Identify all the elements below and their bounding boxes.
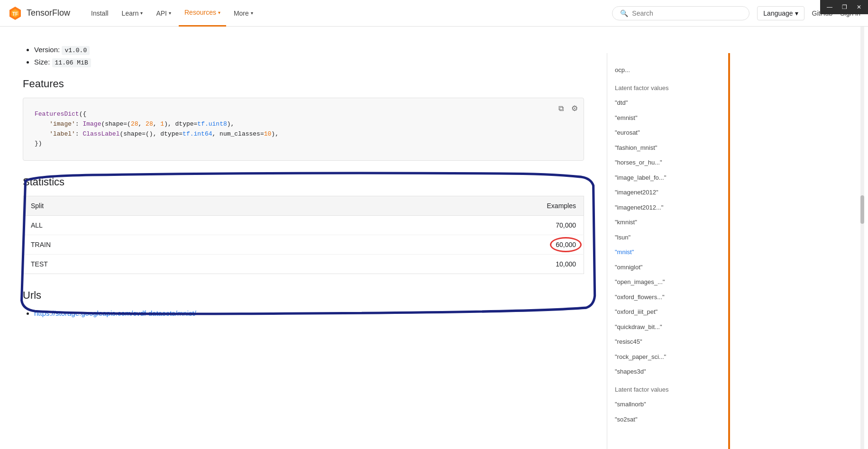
statistics-table: Split Examples ALL 70,000 TRAIN 60,000 bbox=[23, 196, 584, 274]
language-selector[interactable]: Language ▾ bbox=[757, 6, 804, 20]
nav-api[interactable]: API ▾ bbox=[150, 0, 177, 27]
meta-list: Version: v1.0.0 Size: 11.06 MiB bbox=[23, 46, 584, 66]
urls-section: Urls https://storage.googleapis.com/cvdf… bbox=[23, 289, 584, 317]
sidebar-section-latent-2: Latent factor values bbox=[607, 379, 730, 397]
api-dropdown-arrow: ▾ bbox=[169, 10, 171, 16]
sidebar-item-omniglot[interactable]: "omniglot" bbox=[607, 260, 730, 275]
statistics-section: Statistics Split Examples ALL 70,000 TRA… bbox=[23, 176, 584, 274]
main-container: Version: v1.0.0 Size: 11.06 MiB Features… bbox=[0, 27, 868, 449]
table-row: TEST 10,000 bbox=[23, 255, 584, 274]
examples-all: 70,000 bbox=[271, 216, 584, 235]
code-line-3: 'label': ClassLabel(shape=(), dtype=tf.i… bbox=[35, 129, 572, 139]
sidebar-section-latent-1: Latent factor values bbox=[607, 78, 730, 96]
col-examples: Examples bbox=[271, 196, 584, 216]
tensorflow-logo-icon: TF bbox=[8, 6, 23, 21]
statistics-title: Statistics bbox=[23, 176, 584, 188]
sidebar-item-eurosat[interactable]: "eurosat" bbox=[607, 125, 730, 140]
resources-dropdown-arrow: ▾ bbox=[218, 10, 220, 15]
sidebar-item-oxford-pet[interactable]: "oxford_iiit_pet" bbox=[607, 304, 730, 320]
sidebar-item-lsun[interactable]: "lsun" bbox=[607, 230, 730, 245]
sidebar-item-kmnist[interactable]: "kmnist" bbox=[607, 215, 730, 230]
scrollbar-track[interactable] bbox=[860, 27, 864, 449]
sidebar-item-oxford-flowers[interactable]: "oxford_flowers..." bbox=[607, 290, 730, 305]
sidebar-item-mnist[interactable]: "mnist" bbox=[607, 245, 730, 260]
svg-text:TF: TF bbox=[12, 11, 18, 17]
dataset-url[interactable]: https://storage.googleapis.com/cvdf-data… bbox=[34, 309, 196, 317]
sidebar-item-ocp[interactable]: ocp... bbox=[607, 63, 730, 78]
code-line-4: }) bbox=[35, 139, 572, 149]
table-header-row: Split Examples bbox=[23, 196, 584, 216]
sidebar-orange-line bbox=[728, 53, 730, 449]
examples-test: 10,000 bbox=[271, 255, 584, 274]
code-line-2: 'image': Image(shape=(28, 28, 1), dtype=… bbox=[35, 119, 572, 129]
language-dropdown-arrow: ▾ bbox=[795, 9, 798, 17]
sidebar-item-open-images[interactable]: "open_images_..." bbox=[607, 275, 730, 290]
sidebar-item-imagenet2012b[interactable]: "imagenet2012..." bbox=[607, 200, 730, 215]
sidebar-item-emnist[interactable]: "emnist" bbox=[607, 110, 730, 126]
scrollbar-thumb[interactable] bbox=[860, 195, 864, 224]
close-button[interactable]: ✕ bbox=[854, 3, 864, 11]
maximize-button[interactable]: ❐ bbox=[839, 3, 850, 11]
examples-train: 60,000 bbox=[271, 235, 584, 255]
logo[interactable]: TF TensorFlow bbox=[8, 6, 70, 21]
nav-learn[interactable]: Learn ▾ bbox=[116, 0, 149, 27]
logo-text: TensorFlow bbox=[27, 8, 70, 18]
urls-title: Urls bbox=[23, 289, 584, 302]
url-item: https://storage.googleapis.com/cvdf-data… bbox=[34, 309, 584, 317]
window-controls: — ❐ ✕ bbox=[820, 0, 868, 14]
minimize-button[interactable]: — bbox=[824, 3, 835, 11]
split-test: TEST bbox=[23, 255, 271, 274]
nav-resources[interactable]: Resources ▾ bbox=[179, 0, 226, 27]
urls-list: https://storage.googleapis.com/cvdf-data… bbox=[23, 309, 584, 317]
sidebar-item-resisc45[interactable]: "resisc45" bbox=[607, 334, 730, 349]
sidebar-item-image-label[interactable]: "image_label_fo..." bbox=[607, 170, 730, 185]
sidebar-item-dtd[interactable]: "dtd" bbox=[607, 95, 730, 110]
sidebar-item-imagenet2012[interactable]: "imagenet2012" bbox=[607, 185, 730, 200]
code-block: ⧉ ⚙ FeaturesDict({ 'image': Image(shape=… bbox=[23, 98, 584, 161]
circled-value: 60,000 bbox=[556, 241, 576, 248]
size-value: 11.06 MiB bbox=[52, 58, 91, 67]
version-item: Version: v1.0.0 bbox=[34, 46, 584, 54]
sidebar-item-fashion-mnist[interactable]: "fashion_mnist" bbox=[607, 140, 730, 156]
split-train: TRAIN bbox=[23, 235, 271, 255]
code-actions: ⧉ ⚙ bbox=[557, 102, 580, 115]
sidebar-item-shapes3d[interactable]: "shapes3d" bbox=[607, 364, 730, 379]
table-row: TRAIN 60,000 bbox=[23, 235, 584, 255]
version-value: v1.0.0 bbox=[62, 46, 90, 55]
content-area: Version: v1.0.0 Size: 11.06 MiB Features… bbox=[0, 27, 607, 449]
more-dropdown-arrow: ▾ bbox=[251, 10, 253, 16]
sidebar: ocp... Latent factor values "dtd" "emnis… bbox=[607, 53, 730, 449]
split-all: ALL bbox=[23, 216, 271, 235]
settings-button[interactable]: ⚙ bbox=[569, 102, 580, 115]
sidebar-item-smallnorb[interactable]: "smallnorb" bbox=[607, 397, 730, 412]
search-input[interactable] bbox=[632, 9, 741, 17]
sidebar-item-so2sat[interactable]: "so2sat" bbox=[607, 412, 730, 427]
nav-links: Install Learn ▾ API ▾ Resources ▾ More ▾ bbox=[85, 0, 604, 27]
col-split: Split bbox=[23, 196, 271, 216]
sidebar-item-rock-paper[interactable]: "rock_paper_sci..." bbox=[607, 349, 730, 365]
nav-more[interactable]: More ▾ bbox=[228, 0, 259, 27]
navbar: TF TensorFlow Install Learn ▾ API ▾ Reso… bbox=[0, 0, 868, 27]
search-box: 🔍 bbox=[612, 6, 749, 20]
sidebar-item-horses[interactable]: "horses_or_hu..." bbox=[607, 155, 730, 170]
copy-button[interactable]: ⧉ bbox=[557, 102, 566, 115]
search-icon: 🔍 bbox=[620, 9, 628, 17]
size-item: Size: 11.06 MiB bbox=[34, 58, 584, 66]
table-row: ALL 70,000 bbox=[23, 216, 584, 235]
learn-dropdown-arrow: ▾ bbox=[140, 10, 143, 16]
sidebar-item-quickdraw[interactable]: "quickdraw_bit..." bbox=[607, 320, 730, 335]
code-line-1: FeaturesDict({ bbox=[35, 110, 572, 119]
features-title: Features bbox=[23, 78, 584, 90]
nav-install[interactable]: Install bbox=[85, 0, 114, 27]
